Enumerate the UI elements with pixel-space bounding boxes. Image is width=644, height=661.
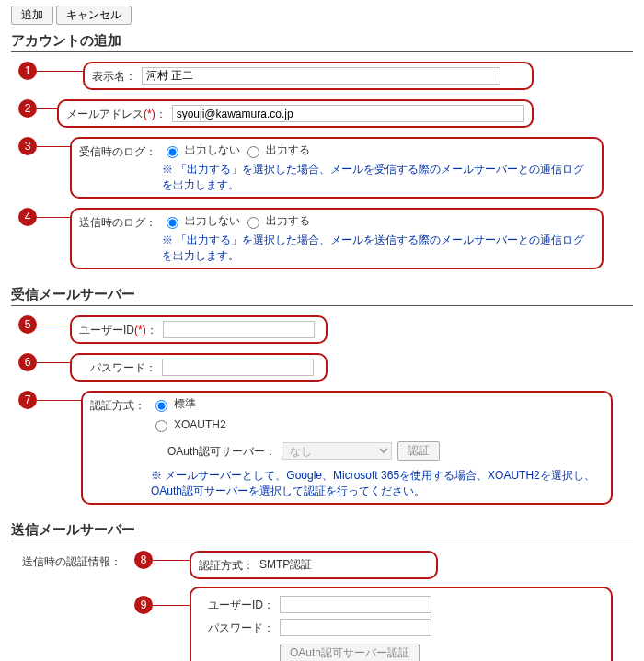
send-auth-info-label: 送信時の認証情報： <box>11 551 121 570</box>
divider <box>11 305 633 306</box>
annotation-badge: 1 <box>18 62 37 80</box>
send-log-note: ※ 「出力する」を選択した場合、メールを送信する際のメールサーバーとの通信ログを… <box>162 233 594 264</box>
send-log-output-radio[interactable] <box>247 217 259 229</box>
send-auth-method-value: SMTP認証 <box>259 557 312 573</box>
send-password-label: パスワード： <box>201 619 274 636</box>
recv-auth-method-label: 認証方式： <box>90 396 145 414</box>
send-user-id-input[interactable] <box>280 596 431 613</box>
radio-label: 出力する <box>266 213 310 229</box>
recv-log-note: ※ 「出力する」を選択した場合、メールを受信する際のメールサーバーとの通信ログを… <box>162 162 594 193</box>
send-auth-method-label: 認証方式： <box>199 556 254 574</box>
radio-label: XOAUTH2 <box>174 418 226 431</box>
recv-user-id-input[interactable] <box>163 321 315 338</box>
radio-label: 標準 <box>174 396 196 412</box>
section-title-send: 送信メールサーバー <box>11 521 633 539</box>
send-log-label: 送信時のログ： <box>79 213 156 231</box>
recv-log-output-radio[interactable] <box>247 146 259 158</box>
radio-label: 出力する <box>266 142 310 158</box>
annotation-badge: 7 <box>18 391 37 409</box>
annotation-badge: 6 <box>18 353 37 371</box>
auth-xoauth2-radio[interactable] <box>155 420 167 432</box>
oauth-server-select[interactable]: なし <box>282 442 392 460</box>
email-input[interactable] <box>172 105 524 122</box>
send-password-input[interactable] <box>280 619 431 636</box>
display-name-label: 表示名： <box>92 67 136 85</box>
display-name-input[interactable] <box>142 67 500 85</box>
cancel-button-top[interactable]: キャンセル <box>56 6 132 25</box>
annotation-badge: 8 <box>134 551 153 569</box>
annotation-badge: 9 <box>134 596 153 614</box>
annotation-badge: 4 <box>18 208 37 226</box>
recv-password-label: パスワード： <box>79 359 156 376</box>
divider <box>11 541 633 541</box>
divider <box>11 51 633 52</box>
oauth-server-label: OAuth認可サーバー： <box>167 442 276 460</box>
radio-label: 出力しない <box>185 142 240 158</box>
annotation-badge: 3 <box>18 137 37 155</box>
oauth-auth-button[interactable]: 認証 <box>397 441 440 461</box>
add-button-top[interactable]: 追加 <box>11 6 53 25</box>
send-user-id-label: ユーザーID： <box>201 596 274 613</box>
recv-password-input[interactable] <box>162 359 314 376</box>
section-title-account: アカウントの追加 <box>11 32 633 50</box>
annotation-badge: 5 <box>18 315 37 334</box>
oauth-server-auth-button[interactable]: OAuth認可サーバー認証 <box>280 644 420 661</box>
annotation-badge: 2 <box>18 99 37 118</box>
oauth-note: ※ メールサーバーとして、Google、Microsoft 365を使用する場合… <box>151 468 604 499</box>
email-label: メールアドレス(*)： <box>66 105 167 122</box>
recv-log-label: 受信時のログ： <box>79 142 156 160</box>
send-log-no-output-radio[interactable] <box>167 217 178 229</box>
radio-label: 出力しない <box>185 213 240 229</box>
recv-user-id-label: ユーザーID(*)： <box>79 321 157 338</box>
auth-standard-radio[interactable] <box>155 400 167 412</box>
recv-log-no-output-radio[interactable] <box>167 146 178 158</box>
section-title-recv: 受信メールサーバー <box>11 286 633 303</box>
